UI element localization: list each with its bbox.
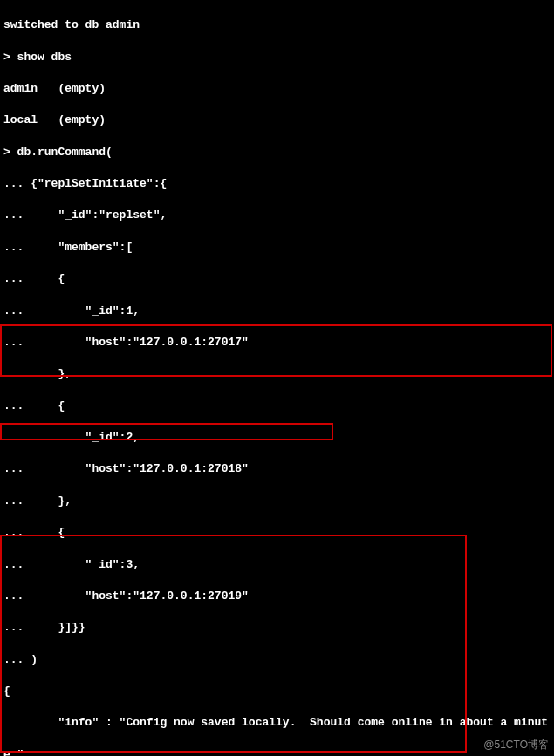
terminal-line: local (empty)	[3, 112, 551, 128]
terminal-output[interactable]: switched to db admin > show dbs admin (e…	[0, 0, 554, 756]
terminal-line: ... "_id":2,	[3, 430, 551, 446]
terminal-line: > db.runCommand(	[3, 145, 551, 160]
terminal-line: ... {	[3, 271, 551, 287]
terminal-line: e.",	[3, 747, 551, 756]
terminal-line: "info" : "Config now saved locally. Shou…	[3, 715, 551, 731]
terminal-line: ... "_id":3,	[3, 557, 551, 573]
terminal-line: {	[3, 684, 551, 699]
terminal-line: ... "members":[	[3, 240, 551, 255]
terminal-line: ... }]}}	[3, 620, 551, 636]
terminal-line: > show dbs	[3, 50, 551, 65]
terminal-line: ... },	[3, 366, 551, 382]
terminal-line: ... "host":"127.0.0.1:27019"	[3, 589, 551, 604]
terminal-line: ... "_id":1,	[3, 303, 551, 319]
terminal-line: ... )	[3, 652, 551, 668]
watermark-text: @51CTO博客	[483, 738, 549, 753]
terminal-line: ... {"replSetInitiate":{	[3, 176, 551, 192]
terminal-line: admin (empty)	[3, 81, 551, 97]
terminal-line: ... "host":"127.0.0.1:27018"	[3, 461, 551, 477]
terminal-line: ... {	[3, 398, 551, 414]
terminal-line: ... "_id":"replset",	[3, 208, 551, 223]
terminal-line: ... "host":"127.0.0.1:27017"	[3, 335, 551, 351]
terminal-line: switched to db admin	[3, 17, 551, 33]
terminal-line: ... },	[3, 494, 551, 509]
terminal-line: ... {	[3, 525, 551, 541]
